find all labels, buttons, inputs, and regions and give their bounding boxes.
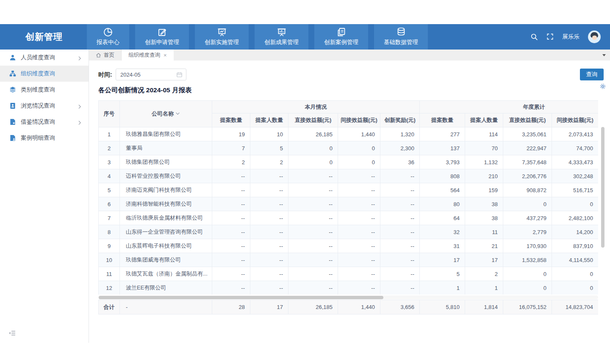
table-cell: 山东晨晖电子科技有限公司 [120, 239, 212, 253]
tabs-dropdown-icon[interactable] [602, 54, 606, 56]
table-cell: -- [338, 211, 380, 225]
col-header-year-2: 提案人数量 [465, 113, 503, 127]
sidebar-item-label: 人员维度查询 [21, 54, 55, 61]
fullscreen-icon[interactable] [546, 33, 554, 41]
table-cell: -- [250, 281, 288, 295]
table-cell: -- [212, 197, 250, 211]
nav-item-label: 基础数据管理 [384, 39, 418, 46]
total-cell: 5,810 [420, 300, 465, 314]
table-cell: 玖德集团威海有限公司 [120, 253, 212, 267]
query-button[interactable]: 查询 [580, 69, 604, 80]
table-settings-gear-icon[interactable] [599, 83, 607, 90]
table-cell: 0 [503, 281, 552, 295]
table-cell: -- [250, 197, 288, 211]
sidebar-item-6[interactable]: 案例明细查询 [0, 130, 89, 146]
horizontal-scrollbar[interactable] [98, 295, 598, 299]
table-cell: 临沂玖德庚辰金属材料有限公司 [120, 211, 212, 225]
table-cell: 437,279 [503, 211, 552, 225]
total-cell: 17 [250, 300, 288, 314]
sidebar-item-label: 案例明细查询 [21, 134, 55, 142]
table-cell: 0 [503, 267, 552, 281]
table-cell: -- [212, 225, 250, 239]
sidebar-item-2[interactable]: 组织维度查询 [0, 66, 89, 82]
nav-item-5[interactable]: 创新案例管理 [314, 24, 368, 50]
table-cell: 0 [288, 155, 338, 169]
menu-collapse-icon[interactable] [8, 329, 16, 337]
home-icon [96, 52, 101, 58]
database-icon [396, 27, 407, 38]
nav-item-1[interactable]: 报表中心 [87, 24, 129, 50]
table-cell: 837,910 [552, 239, 598, 253]
table-cell: 1,440 [338, 127, 380, 141]
total-row: 合计-281726,1851,4403,6565,8101,81416,075,… [99, 300, 599, 314]
table-cell: -- [288, 225, 338, 239]
table-cell: 0 [552, 267, 598, 281]
table-cell: 7,357,648 [503, 155, 552, 169]
sidebar-item-5[interactable]: 借鉴情况查询 [0, 114, 89, 130]
table-cell: 14,200 [552, 225, 598, 239]
avatar[interactable] [588, 30, 601, 43]
table-cell: 5 [250, 141, 288, 155]
time-input[interactable]: 2024-05 [116, 69, 186, 80]
table-cell: 516,715 [552, 183, 598, 197]
document-star-icon [9, 119, 16, 125]
nav-item-3[interactable]: 创新实施管理 [195, 24, 249, 50]
table-cell: 6 [99, 197, 120, 211]
nav-item-2[interactable]: 创新申请管理 [135, 24, 189, 50]
username[interactable]: 展乐乐 [563, 33, 580, 41]
sidebar-item-3[interactable]: 类别维度查询 [0, 82, 89, 98]
table-cell: -- [212, 211, 250, 225]
sort-caret-down-icon[interactable] [175, 110, 180, 116]
nav-item-label: 报表中心 [97, 39, 119, 46]
layers-icon [9, 86, 16, 93]
nav-item-4[interactable]: 创新成果管理 [255, 24, 308, 50]
table-cell: 80 [420, 197, 465, 211]
table-cell: -- [380, 169, 420, 183]
table-cell: 4 [99, 169, 120, 183]
sidebar: 人员维度查询组织维度查询类别维度查询浏览情况查询借鉴情况查询案例明细查询 [0, 50, 89, 343]
table-cell: -- [288, 253, 338, 267]
col-header-year-1: 提案数量 [420, 113, 465, 127]
table-cell: 济南迈克阀门科技有限公司 [120, 183, 212, 197]
table-cell: -- [250, 239, 288, 253]
table-cell: 137 [420, 141, 465, 155]
table-cell: 迈科管业控股有限公司 [120, 169, 212, 183]
table-cell: 1,532,858 [503, 253, 552, 267]
total-cell: 26,185 [288, 300, 338, 314]
total-cell: 1,814 [465, 300, 503, 314]
group-header-month: 本月情况 [212, 101, 420, 113]
sidebar-item-1[interactable]: 人员维度查询 [0, 50, 89, 66]
top-navbar: 创新管理 报表中心创新申请管理创新实施管理创新成果管理创新案例管理基础数据管理 … [0, 24, 610, 50]
table-cell: -- [212, 169, 250, 183]
table-row: 2董事局75002,30013770222,94774,700 [99, 141, 599, 155]
org-chart-icon [9, 70, 16, 77]
table-cell: -- [338, 169, 380, 183]
search-icon[interactable] [530, 33, 538, 41]
tab-close-icon[interactable]: × [164, 52, 167, 58]
table-total-row: 合计-281726,1851,4403,6565,8101,81416,075,… [98, 300, 598, 314]
tab-2[interactable]: 组织维度查询× [122, 50, 174, 61]
pie-chart-icon [103, 27, 114, 38]
col-header-company[interactable]: 公司名称 [120, 101, 212, 127]
col-header-year-3: 直接效益额(元) [503, 113, 552, 127]
table-row: 12波兰EE有限公司----------1100 [99, 281, 599, 295]
calendar-icon [176, 72, 183, 78]
table-cell: 32 [420, 225, 465, 239]
table-row: 1玖德雅昌集团有限公司191026,1851,4401,3202771143,2… [99, 127, 599, 141]
table-cell: -- [250, 267, 288, 281]
vertical-scrollbar[interactable] [601, 127, 604, 248]
table-cell: -- [288, 211, 338, 225]
tab-1[interactable]: 首页 [89, 50, 122, 61]
table-cell: 2,073,413 [552, 127, 598, 141]
sidebar-item-4[interactable]: 浏览情况查询 [0, 98, 89, 114]
sidebar-item-label: 组织维度查询 [21, 70, 55, 77]
table-cell: 2 [250, 155, 288, 169]
nav-item-6[interactable]: 基础数据管理 [374, 24, 428, 50]
table-cell: 5 [420, 267, 465, 281]
table-cell: 1 [465, 281, 503, 295]
table-cell: 2,206,776 [503, 169, 552, 183]
table-cell: -- [380, 197, 420, 211]
horizontal-scrollbar-thumb[interactable] [99, 296, 383, 299]
table-cell: 17 [465, 253, 503, 267]
time-filter-label: 时间: [98, 69, 112, 80]
